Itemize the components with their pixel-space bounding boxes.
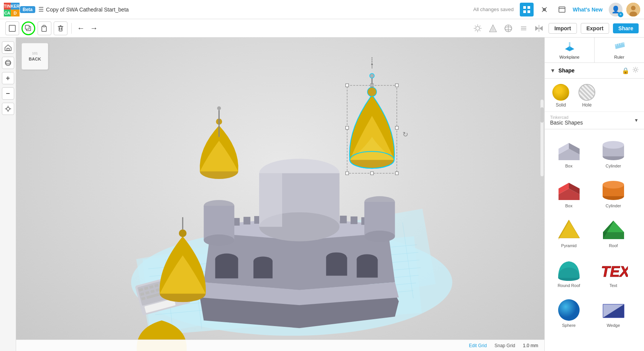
svg-line-177	[634, 71, 634, 72]
library-dropdown-icon[interactable]: ▼	[634, 118, 639, 123]
shape-title: Shape	[559, 67, 619, 74]
svg-rect-14	[43, 25, 45, 27]
svg-rect-97	[351, 217, 358, 224]
svg-point-189	[603, 181, 624, 189]
selected-dome[interactable]: ↑ ↻	[346, 57, 409, 175]
header: TIN KER CA D Beta ☰ Copy of SWA Cathedra…	[0, 0, 644, 19]
view-cube-icon[interactable]	[503, 23, 514, 34]
shape-collapse-btn[interactable]: ▼	[550, 67, 555, 74]
undo-btn[interactable]: ←	[76, 22, 86, 34]
wedge-label: Wedge	[607, 323, 620, 328]
shape-lock-icon[interactable]: 🔒	[622, 67, 629, 74]
snap-grid-value[interactable]: 1.0 mm	[523, 343, 538, 348]
orbit-btn[interactable]	[2, 57, 14, 69]
tools-btn[interactable]	[537, 3, 551, 16]
ruler-label: Ruler	[614, 55, 624, 59]
svg-line-27	[475, 26, 476, 26]
user-avatar[interactable]	[626, 3, 640, 16]
box-red-img	[554, 176, 584, 203]
shape-grid: Box Cylinder	[545, 130, 644, 351]
toolbar: ← → Import Export Share	[0, 19, 644, 38]
zoom-out-btn[interactable]: −	[2, 87, 14, 100]
light-icon[interactable]	[472, 23, 483, 34]
whats-new-btn[interactable]: What's New	[573, 7, 603, 13]
shape-light-icon[interactable]	[632, 67, 639, 74]
hole-label: Hole	[582, 102, 592, 108]
new-design-btn[interactable]	[5, 21, 19, 35]
workplane-btn[interactable]: Workplane	[545, 38, 595, 62]
shape-cell-box-gray[interactable]: Box	[548, 133, 590, 171]
paste-btn[interactable]	[38, 21, 51, 35]
svg-rect-0	[523, 6, 526, 9]
svg-point-157	[370, 74, 374, 78]
svg-rect-150	[370, 172, 373, 175]
add-user-btn[interactable]: 👤 +	[609, 3, 623, 16]
grid-view-btn[interactable]	[520, 3, 534, 16]
svg-rect-148	[395, 172, 398, 175]
fit-all-btn[interactable]	[2, 103, 14, 115]
copy-btn[interactable]	[21, 21, 35, 35]
shape-cell-wedge[interactable]: Wedge	[592, 293, 634, 330]
redo-btn[interactable]: →	[89, 22, 99, 34]
logo[interactable]: TIN KER CA D	[4, 3, 18, 16]
ruler-btn[interactable]: Ruler	[595, 38, 644, 62]
shape-cell-roof[interactable]: Roof	[592, 213, 634, 251]
shape-library-selector[interactable]: Tinkercad Basic Shapes ▼	[545, 112, 644, 129]
pyramid-img	[554, 216, 584, 243]
home-view-btn[interactable]	[2, 41, 14, 54]
svg-marker-190	[559, 220, 580, 238]
svg-point-143	[217, 107, 221, 110]
viewport[interactable]: 101 BACK	[16, 38, 544, 351]
svg-marker-164	[615, 42, 625, 49]
svg-point-169	[634, 69, 637, 71]
svg-rect-147	[346, 172, 349, 175]
hole-shape-btn[interactable]: Hole	[578, 84, 595, 108]
workplane-label: Workplane	[559, 55, 579, 59]
svg-rect-2	[523, 10, 526, 13]
shape-cell-cylinder-orange[interactable]: Cylinder	[592, 173, 634, 211]
svg-point-83	[357, 254, 378, 264]
document-title[interactable]: Copy of SWA Cathedral Start_beta	[46, 7, 473, 13]
shape-cell-round-roof[interactable]: Round Roof	[548, 253, 590, 290]
shape-cell-text[interactable]: TEXT TEXT Text	[592, 253, 634, 290]
left-sidebar: + −	[0, 38, 16, 351]
document-icon[interactable]: ☰	[38, 6, 44, 13]
cylinder-orange-img	[598, 176, 629, 203]
shape-panel-header: ▼ Shape 🔒	[545, 63, 644, 79]
roof-img	[598, 216, 629, 243]
svg-line-29	[480, 26, 480, 26]
shape-cell-cylinder-gray[interactable]: Cylinder	[592, 133, 634, 171]
shape-cell-sphere[interactable]: Sphere	[548, 293, 590, 330]
edit-grid-btn[interactable]: Edit Grid	[469, 343, 487, 348]
svg-line-176	[637, 68, 638, 69]
shape-row-3: Pyramid Roof	[548, 213, 641, 251]
import-btn[interactable]: Import	[549, 23, 577, 34]
zoom-in-btn[interactable]: +	[2, 72, 14, 84]
delete-btn[interactable]	[54, 21, 67, 35]
align-icon[interactable]	[518, 23, 529, 34]
svg-point-199	[558, 299, 580, 321]
svg-point-44	[5, 60, 11, 66]
shape-cell-box-red[interactable]: Box	[548, 173, 590, 211]
sphere-label: Sphere	[562, 323, 575, 328]
export-btn[interactable]: Export	[581, 23, 609, 34]
scene-svg: ↑ ↻	[16, 38, 544, 351]
mirror-icon[interactable]	[533, 23, 545, 34]
shape-icon[interactable]	[487, 23, 499, 34]
roof-label: Roof	[609, 243, 618, 248]
hole-circle	[578, 84, 595, 101]
shape-row-1: Box Cylinder	[548, 133, 641, 171]
svg-rect-151	[346, 126, 349, 129]
solid-shape-btn[interactable]: Solid	[552, 84, 569, 108]
svg-point-77	[215, 254, 238, 265]
settings-btn[interactable]	[555, 3, 569, 16]
box-gray-label: Box	[565, 164, 573, 168]
shape-type-row: Solid Hole	[545, 79, 644, 112]
svg-rect-5	[559, 7, 565, 12]
scrollbar-thumb[interactable]	[540, 107, 544, 123]
shape-cell-pyramid[interactable]: Pyramid	[548, 213, 590, 251]
svg-rect-12	[25, 25, 29, 29]
shape-row-5: Sphere Wedge	[548, 293, 641, 330]
share-btn[interactable]: Share	[613, 23, 639, 33]
library-brand: Tinkercad	[550, 115, 583, 120]
